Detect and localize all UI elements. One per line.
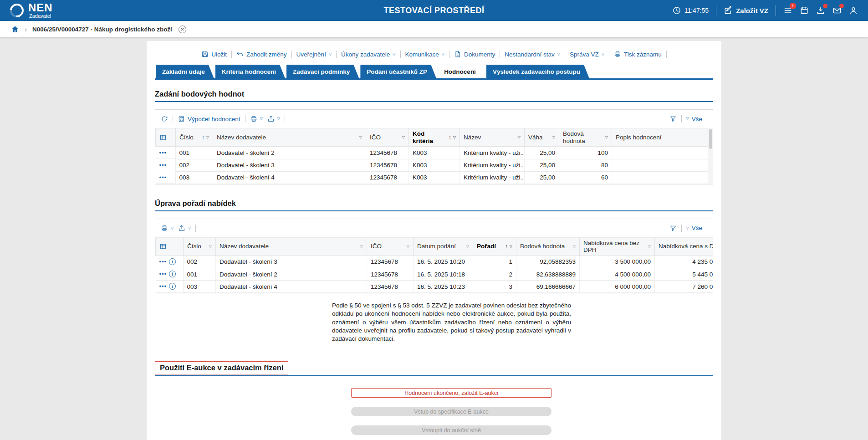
filter-caret-icon[interactable]: ▽ [402,135,405,139]
filter-caret-icon[interactable]: ▽ [605,135,608,139]
documents-button[interactable]: Dokumenty [454,51,495,58]
col-nazev-dodavatele[interactable]: Název dodavatele▽ [216,237,367,256]
col-popis-hodnoceni[interactable]: Popis hodnocení [612,128,713,147]
column-chooser[interactable] [156,128,176,147]
create-eauction-button[interactable]: Hodnocení ukončeno, založit E-aukci [351,388,551,398]
row-info-icon[interactable]: i [169,283,176,290]
table-row[interactable]: •••i001Dodavatel - školení 21234567816. … [156,268,713,281]
filter-button[interactable] [669,225,677,232]
communication-menu[interactable]: Komunikace ▽ [405,51,444,58]
contracting-actions-menu[interactable]: Úkony zadavatele ▽ [341,51,395,58]
filter-caret-icon[interactable]: ▽ [407,245,409,249]
table-row[interactable]: •••i002Dodavatel - školení 31234567816. … [156,256,713,268]
column-chooser[interactable] [156,237,184,256]
print-grid-button[interactable]: ▽ [161,225,174,232]
scrollbar-thumb[interactable] [709,129,712,149]
compute-evaluation-button[interactable]: Výpočet hodnocení [178,115,240,123]
nen-logo[interactable]: NEN Zadavatel [10,2,53,19]
refresh-button[interactable] [161,115,168,123]
table-scrollbar[interactable] [708,128,713,184]
filter-caret-icon[interactable]: ▽ [359,135,362,139]
filter-caret-icon[interactable]: ▽ [518,135,521,139]
col-vaha[interactable]: Váha▽ [525,128,559,147]
col-datum-podani[interactable]: Datum podání▽ [414,237,473,256]
table-cell: K003 [409,171,460,184]
section-scoring-header: Zadání bodových hodnot [155,90,713,102]
col-kod-kriteria[interactable]: Kód kritéria↑▽ [409,128,460,147]
table-row[interactable]: •••003Dodavatel - školení 412345678K003K… [156,171,713,184]
export-grid-button[interactable]: ▽ [178,225,191,232]
undo-icon [236,51,244,58]
print-record-button[interactable]: Tisk záznamu [614,51,662,58]
table-cell [612,147,713,159]
tab-podani-ucastniku[interactable]: Podání účastníků ZP [360,65,436,78]
menu-button[interactable]: 1 [783,6,792,15]
messages-button[interactable] [832,6,842,15]
col-cena-bez-dph[interactable]: Nabídková cena bez DPH▽ [580,237,655,256]
filter-caret-icon[interactable]: ▽ [360,245,363,249]
tab-zadavaci-podminky[interactable]: Zadávací podmínky [286,65,359,78]
ranking-table: Číslo▽ Název dodavatele▽ IČO▽ Datum podá… [155,237,713,293]
row-menu-icon[interactable]: ••• [159,271,167,277]
col-bodova-hodnota[interactable]: Bodová hodnota▽ [559,128,612,147]
publication-menu[interactable]: Uveřejnění ▽ [296,51,332,58]
col-poradi[interactable]: Pořadí↑▽ [473,237,516,256]
close-record-icon[interactable]: ✕ [179,26,186,33]
row-info-icon[interactable]: i [169,271,176,277]
row-menu-icon[interactable]: ••• [159,174,167,180]
filter-caret-icon[interactable]: ▽ [510,245,512,249]
downloads-button[interactable] [816,6,825,15]
tab-zakladni-udaje[interactable]: Základní údaje [156,65,214,78]
filter-button[interactable] [669,115,677,123]
record-detail-card: Uložit Zahodit změny Uveřejnění ▽ Úkony … [147,41,721,440]
filter-caret-icon[interactable]: ▽ [209,245,212,249]
save-icon [201,51,209,58]
filter-caret-icon[interactable]: ▽ [648,245,651,249]
col-nazev[interactable]: Název▽ [460,128,525,147]
create-vz-button[interactable]: Založit VZ [724,6,768,15]
col-ico[interactable]: IČO▽ [366,128,409,147]
view-all-selector[interactable]: ▽ Vše [686,116,702,123]
eauction-buttons: Hodnocení ukončeno, založit E-aukci Vstu… [351,388,551,435]
discard-changes-button[interactable]: Zahodit změny [236,51,287,58]
vz-administration-menu[interactable]: Správa VZ ▽ [570,51,604,58]
table-row[interactable]: •••002Dodavatel - školení 312345678K003K… [156,159,713,171]
table-row[interactable]: •••001Dodavatel - školení 212345678K003K… [156,147,713,159]
row-menu-icon[interactable]: ••• [159,259,167,265]
col-cislo[interactable]: Číslo↑▽ [176,128,213,147]
col-cislo[interactable]: Číslo▽ [184,237,216,256]
col-ico[interactable]: IČO▽ [367,237,414,256]
funnel-icon [669,115,677,123]
table-cell: 12345678 [366,159,409,171]
save-button[interactable]: Uložit [201,51,227,58]
user-profile-button[interactable] [849,6,858,15]
legal-note: Podle § 50 ve spojení s § 53 odst. 5 ZZV… [332,302,571,343]
filter-caret-icon[interactable]: ▽ [573,245,576,249]
tab-vysledek-postupu[interactable]: Výsledek zadávacího postupu [486,65,589,78]
home-icon[interactable] [11,25,19,33]
calendar-button[interactable] [800,6,809,15]
view-all-selector[interactable]: ▽ Vše [686,225,702,231]
table-row[interactable]: •••i003Dodavatel - školení 41234567816. … [156,281,713,293]
col-nazev-dodavatele[interactable]: Název dodavatele▽ [213,128,366,147]
print-grid-button[interactable]: ▽ [250,115,263,123]
col-cena-s-dph[interactable]: Nabídková cena s DPH [655,237,713,256]
row-actions-cell: ••• [156,171,176,184]
filter-caret-icon[interactable]: ▽ [552,135,555,139]
col-bodova-hodnota[interactable]: Bodová hodnota▽ [516,237,580,256]
row-menu-icon[interactable]: ••• [159,150,167,156]
filter-caret-icon[interactable]: ▽ [206,135,209,139]
breadcrumb-item[interactable]: N006/25/V00004727 - Nákup drogistického … [32,26,172,33]
filter-caret-icon[interactable]: ▽ [466,245,469,249]
row-menu-icon[interactable]: ••• [159,283,167,289]
calendar-icon [800,6,809,15]
tab-hodnoceni[interactable]: Hodnocení [438,65,485,78]
export-grid-button[interactable]: ▽ [267,115,280,123]
row-info-icon[interactable]: i [169,258,176,265]
nonstandard-state-menu[interactable]: Nestandardní stav ▽ [505,51,560,58]
row-menu-icon[interactable]: ••• [159,162,167,168]
table-cell: 12345678 [367,256,414,268]
tab-kriteria-hodnoceni[interactable]: Kritéria hodnocení [215,65,285,78]
filter-caret-icon[interactable]: ▽ [453,135,456,139]
section-title-eauction: Použití E-aukce v zadávacím řízení [155,361,288,374]
